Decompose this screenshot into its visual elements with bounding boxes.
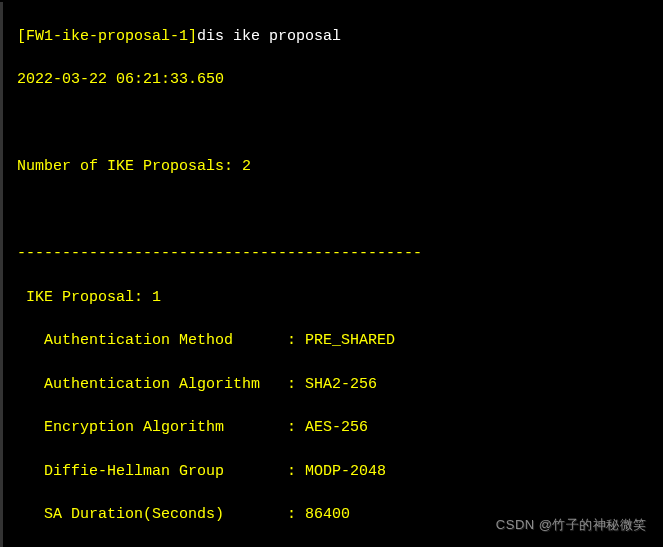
command-input: dis ike proposal xyxy=(197,28,341,45)
prompt-line: [FW1-ike-proposal-1]dis ike proposal xyxy=(17,26,655,48)
proposal-count: Number of IKE Proposals: 2 xyxy=(17,156,655,178)
terminal-output[interactable]: [FW1-ike-proposal-1]dis ike proposal 202… xyxy=(0,2,663,547)
auth-method-row: Authentication Method : PRE_SHARED xyxy=(17,330,655,352)
blank-line xyxy=(17,200,655,222)
auth-algo-row: Authentication Algorithm : SHA2-256 xyxy=(17,374,655,396)
timestamp: 2022-03-22 06:21:33.650 xyxy=(17,69,655,91)
blank-line xyxy=(17,113,655,135)
sa-duration-row: SA Duration(Seconds) : 86400 xyxy=(17,504,655,526)
enc-algo-row: Encryption Algorithm : AES-256 xyxy=(17,417,655,439)
proposal-title: IKE Proposal: 1 xyxy=(17,287,655,309)
prompt-context: [FW1-ike-proposal-1] xyxy=(17,28,197,45)
dh-group-row: Diffie-Hellman Group : MODP-2048 xyxy=(17,461,655,483)
divider-line: ----------------------------------------… xyxy=(17,243,655,265)
